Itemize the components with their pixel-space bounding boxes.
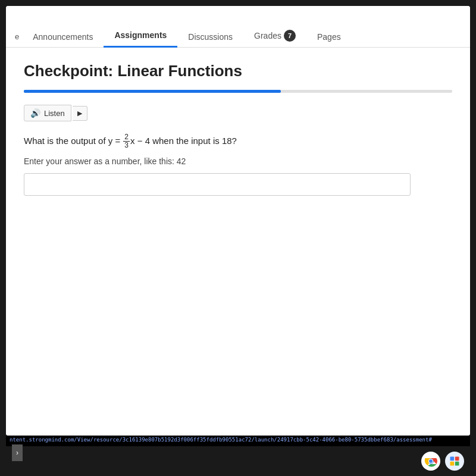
nav-tabs: e Announcements Assignments Discussions … xyxy=(6,6,470,48)
url-bar: ntent.strongmind.com/View/resource/3c161… xyxy=(6,436,470,444)
hint-text: Enter your answer as a number, like this… xyxy=(24,156,452,166)
listen-bar: 🔊 Listen ▶ xyxy=(24,105,452,121)
svg-rect-4 xyxy=(455,457,459,461)
svg-rect-5 xyxy=(450,462,455,466)
play-button[interactable]: ▶ xyxy=(73,106,87,121)
arrow-icon: › xyxy=(16,449,18,457)
nav-partial-left: e xyxy=(12,26,22,47)
main-content: Checkpoint: Linear Functions 🔊 Listen ▶ … xyxy=(6,48,470,436)
math-fraction: 23 xyxy=(123,133,130,149)
question-text: What is the output of y = 23x − 4 when t… xyxy=(24,133,452,149)
progress-bar-container xyxy=(24,90,452,93)
back-arrow[interactable]: › xyxy=(12,444,23,461)
taskbar-icon-2[interactable] xyxy=(445,452,464,471)
listen-button[interactable]: 🔊 Listen xyxy=(24,105,71,121)
progress-bar-fill xyxy=(24,90,281,93)
listen-label: Listen xyxy=(44,109,65,118)
tab-assignments[interactable]: Assignments xyxy=(104,24,177,48)
tab-grades[interactable]: Grades 7 xyxy=(243,24,306,48)
svg-rect-6 xyxy=(455,462,459,466)
speaker-icon: 🔊 xyxy=(30,108,40,118)
svg-rect-3 xyxy=(450,457,455,461)
answer-input[interactable] xyxy=(24,173,411,196)
chrome-icon[interactable] xyxy=(421,452,440,471)
play-icon: ▶ xyxy=(77,109,82,117)
tab-pages[interactable]: Pages xyxy=(306,26,352,48)
taskbar: › xyxy=(0,446,476,476)
tab-announcements[interactable]: Announcements xyxy=(22,26,104,48)
grades-badge-count: 7 xyxy=(284,30,296,42)
page-title: Checkpoint: Linear Functions xyxy=(24,62,452,80)
svg-point-2 xyxy=(429,459,433,463)
tab-discussions[interactable]: Discussions xyxy=(177,26,243,48)
